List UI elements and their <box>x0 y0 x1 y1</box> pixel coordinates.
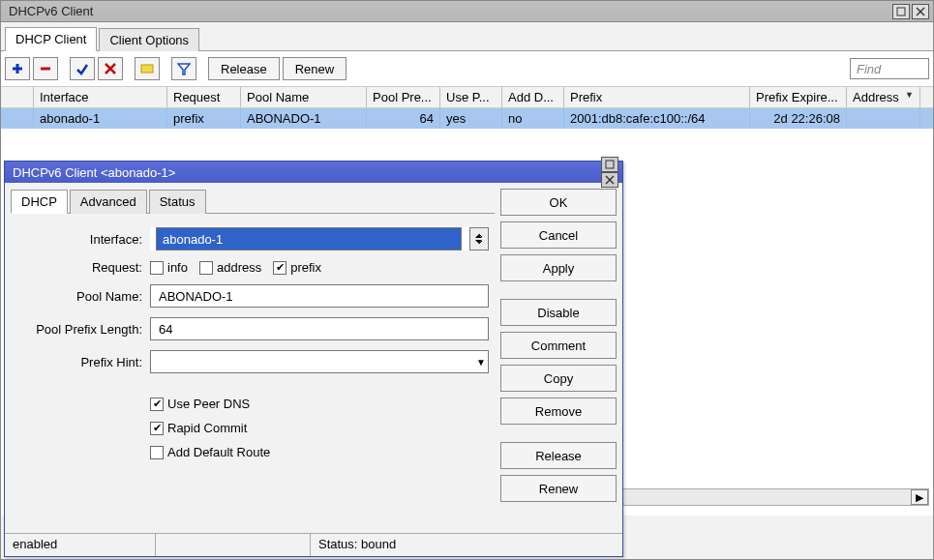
dialog-form: Interface: abonado-1 Request: info ad <box>11 214 495 475</box>
copy-button[interactable]: Copy <box>500 365 617 392</box>
col-addd[interactable]: Add D... <box>502 87 564 107</box>
tab-client-options[interactable]: Client Options <box>99 28 199 51</box>
lbl-request: Request: <box>16 260 150 275</box>
row-usep: yes <box>440 108 502 129</box>
main-title-buttons <box>892 4 929 19</box>
col-poolname[interactable]: Pool Name <box>241 87 367 107</box>
status-right: Status: bound <box>311 534 622 556</box>
disable-button[interactable]: Disable <box>500 299 617 326</box>
col-stub[interactable] <box>1 87 34 107</box>
lbl-prefixhint: Prefix Hint: <box>16 355 150 369</box>
row-interface: abonado-1 <box>34 108 167 129</box>
remove-button[interactable]: Remove <box>500 398 617 425</box>
request-address-checkbox[interactable]: address <box>199 260 261 275</box>
svg-marker-9 <box>178 64 190 74</box>
dialog-body: DHCP Advanced Status Interface: abonado-… <box>5 183 622 533</box>
interface-value: abonado-1 <box>156 227 462 251</box>
checkbox-icon <box>150 398 164 411</box>
checkbox-icon <box>199 261 213 275</box>
disable-icon[interactable] <box>98 57 123 80</box>
lbl-interface: Interface: <box>16 232 150 247</box>
svg-rect-8 <box>141 65 153 73</box>
release-label: Release <box>221 62 267 76</box>
renew-button-dlg[interactable]: Renew <box>500 475 617 502</box>
poolname-value[interactable] <box>157 288 482 305</box>
col-poolpre[interactable]: Pool Pre... <box>367 87 440 107</box>
dialog-left: DHCP Advanced Status Interface: abonado-… <box>11 189 495 527</box>
find-input[interactable]: Find <box>850 58 929 79</box>
col-prefix[interactable]: Prefix <box>564 87 750 107</box>
status-mid <box>156 534 311 556</box>
lbl-poolprefixlength: Pool Prefix Length: <box>16 322 150 337</box>
row-poolname: ABONADO-1 <box>241 108 367 129</box>
svg-rect-0 <box>897 8 905 15</box>
apply-button[interactable]: Apply <box>500 254 617 281</box>
prefixhint-value[interactable] <box>157 354 476 370</box>
dlg-tab-dhcp[interactable]: DHCP <box>11 190 68 214</box>
col-prefixexp[interactable]: Prefix Expire... <box>750 87 847 107</box>
tab-dhcp-client[interactable]: DHCP Client <box>5 27 97 51</box>
interface-select[interactable]: abonado-1 <box>150 227 489 251</box>
dlg-tab-status[interactable]: Status <box>149 190 206 214</box>
row-request: prefix <box>167 108 241 129</box>
request-prefix-checkbox[interactable]: prefix <box>273 260 321 275</box>
renew-label: Renew <box>295 62 334 76</box>
row-addd: no <box>502 108 564 129</box>
row-poolpre: 64 <box>367 108 440 129</box>
request-group: info address prefix <box>150 260 321 275</box>
lbl-poolname: Pool Name: <box>16 289 150 304</box>
add-icon[interactable] <box>5 57 30 80</box>
chevron-down-icon[interactable]: ▼ <box>476 357 486 368</box>
main-tabstrip: DHCP Client Client Options <box>1 22 933 51</box>
filter-icon[interactable] <box>171 57 196 80</box>
dialog-minimize-icon[interactable] <box>601 157 618 172</box>
checkbox-icon <box>150 446 164 459</box>
enable-icon[interactable] <box>70 57 95 80</box>
release-button-dlg[interactable]: Release <box>500 442 617 469</box>
row-prefix: 2001:db8:cafe:c100::/64 <box>564 108 750 129</box>
poolprefixlength-input[interactable] <box>150 317 489 340</box>
remove-icon[interactable] <box>33 57 58 80</box>
comment-icon[interactable] <box>135 57 160 80</box>
svg-rect-10 <box>606 161 614 168</box>
col-usep[interactable]: Use P... <box>440 87 502 107</box>
rapidcommit-checkbox[interactable]: Rapid Commit <box>150 421 247 435</box>
scroll-right-icon[interactable]: ▶ <box>911 489 928 505</box>
col-interface[interactable]: Interface <box>34 87 167 107</box>
dlg-tab-advanced[interactable]: Advanced <box>70 190 147 214</box>
prefixhint-input[interactable]: ▼ <box>150 350 489 373</box>
poolname-input[interactable] <box>150 284 489 308</box>
request-info-checkbox[interactable]: info <box>150 260 188 275</box>
comment-button[interactable]: Comment <box>500 332 617 359</box>
dialog-actions: OK Cancel Apply Disable Comment Copy Rem… <box>500 189 617 527</box>
checkbox-icon <box>273 261 286 275</box>
cancel-button[interactable]: Cancel <box>500 221 617 249</box>
ok-button[interactable]: OK <box>500 189 617 216</box>
usepeerdns-checkbox[interactable]: Use Peer DNS <box>150 397 250 411</box>
horizontal-scrollbar[interactable]: ▶ <box>620 488 929 506</box>
main-title: DHCPv6 Client <box>5 4 892 18</box>
col-request[interactable]: Request <box>167 87 241 107</box>
interface-dropdown-icon[interactable] <box>469 227 489 251</box>
table-header: Interface Request Pool Name Pool Pre... … <box>1 87 933 108</box>
poolprefixlength-value[interactable] <box>157 321 482 338</box>
dialog-titlebar: DHCPv6 Client <abonado-1> <box>5 162 622 183</box>
minimize-icon[interactable] <box>892 4 910 19</box>
chevron-down-icon: ▼ <box>905 90 914 104</box>
checkbox-icon <box>150 261 164 275</box>
dialog-title: DHCPv6 Client <abonado-1> <box>9 165 601 180</box>
renew-button[interactable]: Renew <box>283 57 346 80</box>
dialog-tabstrip: DHCP Advanced Status <box>11 189 495 214</box>
close-icon[interactable] <box>912 4 929 19</box>
table-row[interactable]: abonado-1 prefix ABONADO-1 64 yes no 200… <box>1 108 933 129</box>
toolbar: Release Renew Find <box>1 51 933 87</box>
row-prefixexp: 2d 22:26:08 <box>750 108 847 129</box>
main-titlebar: DHCPv6 Client <box>1 1 933 22</box>
row-stub <box>1 108 34 129</box>
main-window: DHCPv6 Client DHCP Client Client Options… <box>0 0 934 560</box>
col-address[interactable]: Address▼ <box>847 87 920 107</box>
adddefaultroute-checkbox[interactable]: Add Default Route <box>150 445 270 459</box>
status-enabled: enabled <box>5 534 156 556</box>
release-button[interactable]: Release <box>208 57 280 80</box>
dialog-statusbar: enabled Status: bound <box>5 533 622 556</box>
